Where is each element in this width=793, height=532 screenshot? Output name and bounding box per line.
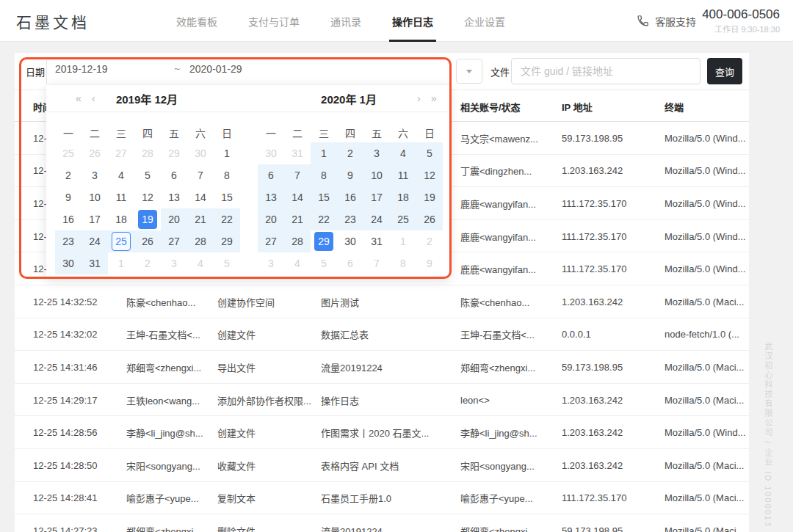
day-cell[interactable]: 26 (134, 230, 161, 252)
day-cell[interactable]: 5 (214, 252, 240, 274)
day-cell[interactable]: 1 (214, 142, 240, 164)
day-cell[interactable]: 10 (363, 164, 390, 186)
date-preset-select[interactable] (456, 59, 482, 84)
nav-item-payment[interactable]: 支付与订单 (248, 0, 300, 42)
day-cell[interactable]: 23 (337, 208, 363, 230)
day-cell[interactable]: 12 (134, 186, 161, 208)
day-cell[interactable]: 6 (161, 164, 187, 186)
day-cell[interactable]: 11 (108, 186, 134, 208)
date-range-start[interactable]: 2019-12-19 (55, 63, 108, 75)
day-cell[interactable]: 3 (258, 252, 284, 274)
day-cell[interactable]: 17 (82, 208, 108, 230)
day-cell[interactable]: 13 (258, 186, 284, 208)
day-cell[interactable]: 26 (82, 142, 108, 164)
day-cell[interactable]: 5 (134, 164, 161, 186)
table-row[interactable]: 12-25 14:27:23 郑细弯<zhengxi... 删除文件 流量201… (15, 514, 749, 532)
day-cell[interactable]: 20 (258, 208, 284, 230)
day-cell[interactable]: 31 (82, 252, 108, 274)
day-cell[interactable]: 21 (187, 208, 214, 230)
day-cell[interactable]: 18 (108, 208, 134, 230)
day-cell[interactable]: 28 (134, 142, 161, 164)
date-range-end[interactable]: 2020-01-29 (189, 63, 242, 75)
next-month-icon[interactable]: › (417, 85, 421, 112)
day-cell[interactable]: 30 (337, 230, 363, 252)
file-guid-input[interactable] (511, 58, 700, 84)
day-cell[interactable]: 18 (390, 186, 416, 208)
day-cell[interactable]: 27 (161, 230, 187, 252)
day-cell[interactable]: 3 (82, 164, 108, 186)
nav-item-dashboard[interactable]: 效能看板 (176, 0, 217, 42)
day-cell[interactable]: 11 (390, 164, 416, 186)
day-cell[interactable]: 17 (363, 186, 390, 208)
day-cell[interactable]: 15 (311, 186, 337, 208)
day-cell[interactable]: 5 (311, 252, 337, 274)
day-cell[interactable]: 28 (187, 230, 214, 252)
day-cell[interactable]: 5 (416, 142, 443, 164)
day-cell[interactable]: 7 (284, 164, 311, 186)
day-cell[interactable]: 2 (55, 164, 82, 186)
table-row[interactable]: 12-25 14:32:02 王坤-石墨文档<... 创建文件 数据汇总表 王坤… (15, 318, 749, 351)
day-cell[interactable]: 8 (311, 164, 337, 186)
next-year-icon[interactable]: » (431, 85, 437, 112)
table-row[interactable]: 12-25 14:29:17 王轶leon<wang... 添加外部协作者权限.… (15, 384, 749, 417)
day-cell[interactable]: 1 (311, 142, 337, 164)
nav-item-enterprise-settings[interactable]: 企业设置 (464, 0, 505, 42)
day-cell[interactable]: 7 (187, 164, 214, 186)
prev-year-icon[interactable]: « (76, 85, 82, 112)
table-row[interactable]: 12-25 14:32:52 陈豪<chenhao... 创建协作空间 图片测试… (15, 285, 749, 318)
day-cell[interactable]: 25 (55, 142, 82, 164)
day-cell[interactable]: 4 (284, 252, 311, 274)
day-cell[interactable]: 24 (82, 230, 108, 252)
day-cell[interactable]: 8 (390, 252, 416, 274)
day-cell[interactable]: 30 (55, 252, 82, 274)
day-cell[interactable]: 12 (416, 164, 443, 186)
day-cell[interactable]: 10 (82, 186, 108, 208)
table-row[interactable]: 12-25 14:31:46 郑细弯<zhengxi... 导出文件 流量201… (15, 351, 749, 384)
day-cell[interactable]: 30 (187, 142, 214, 164)
day-cell[interactable]: 24 (363, 208, 390, 230)
day-cell[interactable]: 28 (284, 230, 311, 252)
day-cell[interactable]: 27 (108, 142, 134, 164)
table-row[interactable]: 12-25 14:28:41 喻彭惠子<yupe... 复制文本 石墨员工手册1… (15, 482, 749, 515)
day-cell[interactable]: 9 (55, 186, 82, 208)
day-cell[interactable]: 13 (161, 186, 187, 208)
day-cell[interactable]: 25 (390, 208, 416, 230)
day-cell[interactable]: 27 (258, 230, 284, 252)
day-cell[interactable]: 3 (363, 142, 390, 164)
day-cell[interactable]: 23 (55, 230, 82, 252)
day-cell[interactable]: 22 (311, 208, 337, 230)
day-cell[interactable]: 31 (363, 230, 390, 252)
query-button[interactable]: 查询 (707, 58, 742, 84)
day-cell[interactable]: 7 (363, 252, 390, 274)
table-row[interactable]: 12-25 14:28:50 宋阳<songyang... 收藏文件 表格内容 … (15, 449, 749, 482)
nav-item-operation-log[interactable]: 操作日志 (392, 0, 433, 42)
day-cell[interactable]: 20 (161, 208, 187, 230)
day-cell[interactable]: 3 (161, 252, 187, 274)
day-cell[interactable]: 15 (214, 186, 240, 208)
day-cell[interactable]: 2 (134, 252, 161, 274)
day-cell[interactable]: 9 (337, 164, 363, 186)
day-cell[interactable]: 4 (187, 252, 214, 274)
day-cell[interactable]: 1 (390, 230, 416, 252)
day-cell[interactable]: 4 (390, 142, 416, 164)
day-cell[interactable]: 22 (214, 208, 240, 230)
day-cell[interactable]: 6 (258, 164, 284, 186)
day-cell[interactable]: 21 (284, 208, 311, 230)
day-cell[interactable]: 31 (284, 142, 311, 164)
day-cell[interactable]: 29 (214, 230, 240, 252)
day-cell[interactable]: 1 (108, 252, 134, 274)
day-cell[interactable]: 2 (337, 142, 363, 164)
day-cell[interactable]: 6 (337, 252, 363, 274)
day-cell[interactable]: 8 (214, 164, 240, 186)
day-cell[interactable]: 29 (161, 142, 187, 164)
day-cell[interactable]: 29 (311, 230, 337, 252)
day-cell[interactable]: 9 (416, 252, 443, 274)
day-cell[interactable]: 26 (416, 208, 443, 230)
day-cell[interactable]: 14 (284, 186, 311, 208)
day-cell[interactable]: 4 (108, 164, 134, 186)
day-cell[interactable]: 19 (416, 186, 443, 208)
day-cell[interactable]: 30 (258, 142, 284, 164)
day-cell[interactable]: 14 (187, 186, 214, 208)
day-cell[interactable]: 19 (134, 208, 161, 230)
day-cell[interactable]: 16 (55, 208, 82, 230)
